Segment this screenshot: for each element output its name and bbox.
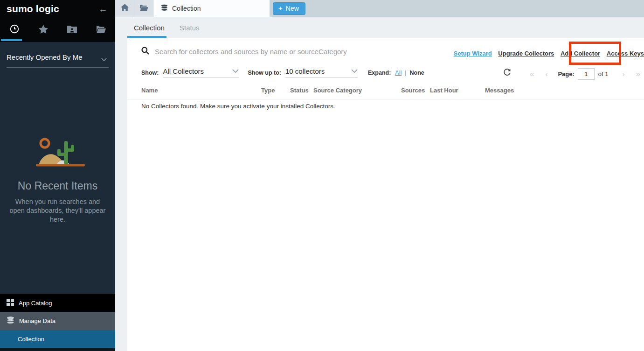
open-folder-icon xyxy=(139,4,148,13)
collector-action-links: Setup Wizard Upgrade Collectors Add Coll… xyxy=(449,50,644,57)
sidebar-item-label: Manage Data xyxy=(19,317,55,324)
search-input[interactable] xyxy=(155,45,444,58)
library-button[interactable] xyxy=(134,0,153,17)
chevron-down-icon xyxy=(232,68,239,75)
sidebar-icon-nav xyxy=(0,18,115,42)
page-size-dropdown[interactable]: 10 collectors xyxy=(285,67,358,78)
last-page-button[interactable]: » xyxy=(636,70,640,78)
list-controls: Show: All Collectors Show up to: 10 coll… xyxy=(141,67,424,78)
new-button[interactable]: + New xyxy=(273,2,305,15)
collapse-sidebar-icon[interactable]: ← xyxy=(98,4,108,14)
page-label: Page: xyxy=(558,70,574,77)
sun-ring xyxy=(41,139,49,147)
page-number-input[interactable] xyxy=(578,68,595,80)
search-row xyxy=(141,45,444,58)
expand-label: Expand: xyxy=(368,70,391,76)
column-header-status: Status xyxy=(290,87,313,94)
sidebar-item-app-catalog[interactable]: App Catalog xyxy=(0,294,115,312)
access-keys-link[interactable]: Access Keys xyxy=(607,50,644,57)
chevron-down-icon xyxy=(101,55,107,63)
home-button[interactable] xyxy=(115,0,134,17)
recents-filter-label: Recently Opened By Me xyxy=(7,53,83,61)
recents-filter-dropdown[interactable]: Recently Opened By Me xyxy=(7,53,109,68)
show-filter-dropdown[interactable]: All Collectors xyxy=(163,67,239,78)
refresh-icon[interactable] xyxy=(503,68,511,78)
expand-none-link[interactable]: None xyxy=(409,70,424,76)
add-collector-link[interactable]: Add Collector xyxy=(561,50,600,57)
search-icon xyxy=(141,47,149,56)
sidebar: sumo logic ← Recently Opened By Me xyxy=(0,0,115,351)
new-button-label: New xyxy=(286,5,299,12)
empty-collectors-message: No Collectors found. Make sure you activ… xyxy=(141,103,335,110)
library-tab[interactable] xyxy=(86,25,115,35)
show-label: Show: xyxy=(141,70,159,76)
recents-tab[interactable] xyxy=(0,24,29,36)
first-page-button[interactable]: « xyxy=(530,70,534,78)
expand-separator: | xyxy=(405,70,406,76)
upgrade-collectors-link[interactable]: Upgrade Collectors xyxy=(498,50,554,57)
previous-page-button[interactable]: ‹ xyxy=(545,70,547,77)
grid-icon xyxy=(7,299,14,308)
page-of-total: of 1 xyxy=(598,70,609,77)
active-tab-underline xyxy=(1,39,22,41)
column-header-last-hour: Last Hour xyxy=(430,87,485,94)
database-icon xyxy=(161,4,168,13)
sidebar-item-collection[interactable]: Collection xyxy=(0,330,115,348)
no-recent-items-caption: When you run searches and open dashboard… xyxy=(8,197,107,224)
pagination: « ‹ Page: of 1 › » xyxy=(530,68,640,80)
top-tab-bar: Collection + New xyxy=(115,0,644,17)
column-header-name: Name xyxy=(141,87,261,94)
home-icon xyxy=(121,4,129,13)
sidebar-bottom-strip xyxy=(0,348,115,351)
next-page-button[interactable]: › xyxy=(623,70,625,77)
sidebar-header: sumo logic ← xyxy=(0,0,115,18)
database-icon xyxy=(7,316,14,325)
column-header-messages: Messages xyxy=(485,87,644,94)
collectors-table-header: Name Type Status Source Category Sources… xyxy=(127,87,644,99)
clock-icon xyxy=(9,24,20,36)
setup-wizard-link[interactable]: Setup Wizard xyxy=(454,50,492,57)
page-size-value: 10 collectors xyxy=(285,67,325,75)
folder-person-icon xyxy=(67,25,77,35)
open-folder-icon xyxy=(96,25,106,35)
sidebar-bottom-menu: App Catalog Manage Data Collection xyxy=(0,294,115,351)
sidebar-item-label: Collection xyxy=(18,336,44,343)
desert-illustration xyxy=(34,136,90,170)
chevron-down-icon xyxy=(351,68,358,75)
star-icon xyxy=(38,24,48,36)
favorites-tab[interactable] xyxy=(29,24,58,36)
plus-icon: + xyxy=(278,5,283,12)
collection-tab[interactable]: Collection xyxy=(153,0,270,17)
column-header-type: Type xyxy=(261,87,290,94)
column-header-sources: Sources xyxy=(401,87,430,94)
sidebar-item-manage-data[interactable]: Manage Data xyxy=(0,312,115,330)
column-header-source-category: Source Category xyxy=(313,87,401,94)
ground xyxy=(36,164,85,167)
personal-folder-tab[interactable] xyxy=(58,25,87,35)
tab-label: Collection xyxy=(172,5,201,12)
no-recent-items-title: No Recent Items xyxy=(0,180,115,192)
expand-all-link[interactable]: All xyxy=(395,70,402,76)
collection-panel: Setup Wizard Upgrade Collectors Add Coll… xyxy=(127,38,644,351)
show-up-to-label: Show up to: xyxy=(248,70,282,76)
subtab-collection[interactable]: Collection xyxy=(134,24,165,32)
show-filter-value: All Collectors xyxy=(163,67,204,75)
sub-tab-bar: Collection Status xyxy=(115,17,644,38)
sidebar-item-label: App Catalog xyxy=(19,300,52,307)
sumo-logic-logo: sumo logic xyxy=(7,3,59,14)
subtab-status[interactable]: Status xyxy=(180,24,200,32)
